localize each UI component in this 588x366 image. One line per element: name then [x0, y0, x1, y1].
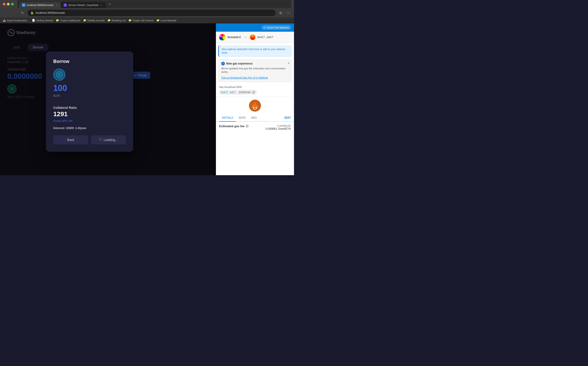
modal-amount: 100	[53, 83, 126, 93]
tab-borrower[interactable]: L localhost:3000/borrower ×	[19, 2, 61, 8]
modal-collateral-ratio-value: 1291	[53, 110, 126, 118]
mm-info-icon: i	[221, 62, 225, 65]
mm-gas-eth-main: 0.000861 GoerliETH	[266, 127, 291, 130]
toolbar-icons: ⊞ ☆	[277, 10, 291, 16]
modal-title: Borrow	[53, 59, 126, 64]
mm-details-section: Estimated gas fee i 0.00086106 0.000861 …	[216, 122, 294, 133]
modal-divider	[53, 102, 126, 102]
close-button[interactable]	[3, 3, 6, 6]
mm-account-name: Account 2	[227, 36, 241, 39]
bookmark-getting-started[interactable]: 📄 Getting Started	[32, 19, 53, 22]
loading-spinner	[99, 138, 102, 141]
mm-address-avatar	[250, 34, 255, 40]
tabs-bar: L localhost:3000/borrower × S Stream Det…	[17, 0, 291, 8]
mm-site-url: http://localhost:3000	[219, 86, 291, 88]
usdc-svg: $	[56, 71, 63, 78]
back-nav-button[interactable]: ←	[3, 10, 9, 16]
mm-tabs: DETAILS DATA HEX EDIT	[216, 114, 294, 122]
mm-network-badge: Goerli Test Network	[261, 25, 291, 30]
tab-close-2[interactable]: ×	[100, 3, 103, 7]
tab-close-1[interactable]: ×	[55, 3, 58, 7]
mm-tab-data[interactable]: DATA	[236, 114, 248, 122]
bookmark-crypto-reading[interactable]: 📁 Crypto reading list	[56, 19, 80, 22]
mm-gas-label-group: Estimated gas fee i	[219, 124, 249, 128]
mm-tab-hex[interactable]: HEX	[248, 114, 260, 122]
mm-network-name: Goerli Test Network	[267, 26, 289, 29]
address-bar[interactable]: 🔒 localhost:3000/borrower	[28, 10, 276, 16]
fox-svg	[249, 100, 261, 112]
mm-gas-fee-label: Estimated gas fee	[219, 124, 245, 128]
star-icon-button[interactable]: ☆	[285, 10, 291, 16]
mm-account-avatar	[219, 34, 226, 40]
address-text: localhost:3000/borrower	[36, 11, 273, 15]
bookmark-crypto-jobs[interactable]: 📁 Crypto Job Search	[128, 19, 153, 22]
tab-label-1: localhost:3000/borrower	[27, 4, 53, 7]
mm-gas-close-button[interactable]: ×	[288, 61, 290, 65]
loading-label: Loading...	[104, 138, 118, 142]
borrow-modal: Borrow $ 100 $100 Collateral Ratio 1291 …	[46, 51, 133, 152]
modal-amount-usd: $100	[53, 94, 126, 97]
mm-gas-notice: × i New gas experience We've updated how…	[218, 59, 292, 82]
bookmarks-bar: 📥 Import bookmarks... 📄 Getting Started …	[0, 17, 294, 23]
mm-gas-header: i New gas experience	[221, 62, 289, 65]
bookmark-reading-list[interactable]: 📁 Reading List	[107, 19, 126, 22]
bookmark-local-network[interactable]: 📁 Local Network	[156, 19, 177, 22]
modal-collateral-ratio-label: Collateral Ratio	[53, 106, 126, 109]
mm-notification-text: New address detected! Click here to add …	[222, 47, 289, 55]
mm-address-notification[interactable]: New address detected! Click here to add …	[218, 45, 292, 57]
maximize-button[interactable]	[11, 3, 14, 6]
modal-interest-line: Interest: USDC 1.0/year	[53, 126, 126, 130]
mm-edit-button[interactable]: EDIT	[285, 114, 291, 121]
mm-contract-address: 0x417...b417	[221, 91, 236, 94]
mm-gas-info-icon[interactable]: i	[245, 124, 249, 128]
usdc-icon: $	[53, 69, 65, 81]
mm-arrow-icon: →	[244, 35, 247, 39]
new-tab-button[interactable]: +	[107, 1, 113, 7]
app-content: flowtheory Lend Borrow Collateral Ratio …	[0, 23, 294, 175]
mm-gas-title: New gas experience	[226, 62, 253, 65]
modal-buttons: Back Loading...	[53, 135, 126, 145]
browser-toolbar: ← → ↻ 🔒 localhost:3000/borrower ⊞ ☆	[0, 8, 294, 17]
interest-value-modal: USDC 1.0/year	[66, 126, 86, 130]
svg-text:$: $	[58, 73, 60, 76]
tab-superfluid[interactable]: S Stream Details | Superfluid ×	[61, 2, 106, 8]
minimize-button[interactable]	[7, 3, 10, 6]
tab-favicon-2: S	[64, 3, 67, 7]
mm-gas-desc: We've updated how gas fee estimation and…	[221, 67, 289, 74]
mm-gas-link[interactable]: Turn on Enhanced Gas Fee UI in Settings	[221, 76, 268, 79]
tab-label-2: Stream Details | Superfluid	[68, 4, 98, 7]
loading-button[interactable]: Loading...	[91, 135, 126, 145]
security-icon: 🔒	[30, 11, 34, 15]
mm-account-bar: Account 2 → 0x417...b417	[216, 32, 294, 43]
modal-apr-badge: Fixed APR 1%	[53, 119, 126, 123]
forward-nav-button[interactable]: →	[11, 10, 17, 16]
browser-titlebar: L localhost:3000/borrower × S Stream Det…	[0, 0, 294, 8]
mm-network-dot	[264, 27, 266, 29]
mm-contract-badge: 0x417...b417 : BORROW i	[219, 90, 257, 95]
mm-contract-info-icon[interactable]: i	[252, 91, 255, 94]
tab-favicon-1: L	[22, 3, 25, 7]
mm-header: Goerli Test Network	[216, 23, 294, 32]
mm-contract-action-label: BORROW	[239, 91, 251, 94]
mm-logo-area	[216, 97, 294, 114]
mm-gas-fee-row: Estimated gas fee i 0.00086106 0.000861 …	[219, 124, 291, 130]
reload-button[interactable]: ↻	[19, 10, 26, 16]
mm-site-info: http://localhost:3000 0x417...b417 : BOR…	[216, 84, 294, 97]
mm-contract-action: :	[237, 91, 238, 94]
bookmark-import[interactable]: 📥 Import bookmarks...	[3, 19, 29, 22]
bookmark-solidity[interactable]: 📁 Solidity security	[83, 19, 105, 22]
grid-icon-button[interactable]: ⊞	[277, 10, 284, 16]
back-button[interactable]: Back	[53, 135, 88, 145]
mm-address-text: 0x417...b417	[257, 36, 273, 39]
mm-fox-logo	[249, 100, 261, 112]
interest-label: Interest:	[53, 126, 65, 130]
mm-gas-eth-small: 0.00086106	[266, 124, 291, 127]
metamask-panel: Goerli Test Network Account 2 → 0x417...…	[216, 23, 294, 175]
browser-chrome: L localhost:3000/borrower × S Stream Det…	[0, 0, 294, 23]
mm-tab-details[interactable]: DETAILS	[219, 114, 236, 122]
mm-gas-values: 0.00086106 0.000861 GoerliETH	[266, 124, 291, 130]
window-controls	[3, 3, 14, 6]
